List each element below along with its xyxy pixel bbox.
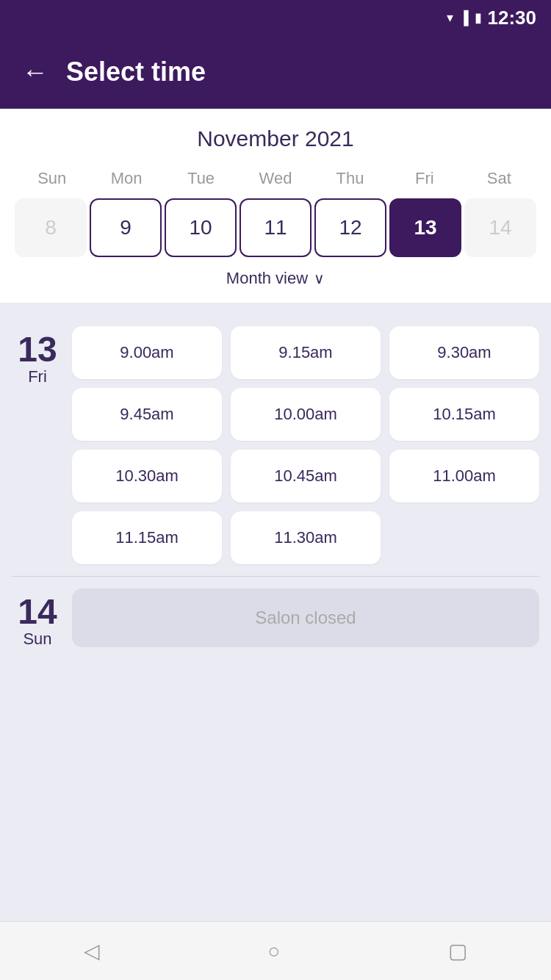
day-14-number: 14 [18,594,57,630]
slot-1115am[interactable]: 11.15am [72,511,222,564]
slot-930am[interactable]: 9.30am [389,326,539,379]
month-view-label: Month view [226,269,308,288]
chevron-down-icon: ∨ [314,270,325,287]
day-13[interactable]: 13 [389,198,461,257]
month-view-toggle[interactable]: Month view ∨ [15,257,536,291]
weekday-wed: Wed [238,166,312,191]
page-title: Select time [66,57,206,87]
slot-1130am[interactable]: 11.30am [231,511,381,564]
back-button[interactable]: ← [22,59,48,85]
salon-closed: Salon closed [72,588,539,647]
slot-1000am[interactable]: 10.00am [231,388,381,441]
header: ← Select time [0,35,551,109]
closed-label: Salon closed [255,608,356,628]
weekday-sat: Sat [462,166,536,191]
status-time: 12:30 [488,7,537,29]
wifi-icon: ▾ [447,10,453,26]
day-10[interactable]: 10 [165,198,237,257]
status-icons: ▾ ▐ ▮ 12:30 [447,7,536,29]
day-14-name: Sun [23,630,51,649]
day-13-slots: 9.00am 9.15am 9.30am 9.45am 10.00am 10.1… [72,326,539,564]
time-section: 13 Fri 9.00am 9.15am 9.30am 9.45am 10.00… [0,303,551,921]
slot-945am[interactable]: 9.45am [72,388,222,441]
day-12[interactable]: 12 [314,198,386,257]
weekday-sun: Sun [15,166,89,191]
nav-back-icon[interactable]: ◁ [84,939,100,963]
slot-1015am[interactable]: 10.15am [389,388,539,441]
weekday-fri: Fri [387,166,461,191]
nav-home-icon[interactable]: ○ [268,940,281,963]
battery-icon: ▮ [475,10,482,26]
month-year: November 2021 [15,126,536,151]
weekday-mon: Mon [89,166,163,191]
day-9[interactable]: 9 [90,198,162,257]
slot-1030am[interactable]: 10.30am [72,450,222,502]
slot-1045am[interactable]: 10.45am [231,450,381,502]
weekday-thu: Thu [313,166,387,191]
slot-915am[interactable]: 9.15am [231,326,381,379]
nav-bar: ◁ ○ ▢ [0,921,551,980]
weekday-tue: Tue [164,166,238,191]
day-14-block: 14 Sun Salon closed [12,577,539,660]
days-row: 8 9 10 11 12 13 14 [15,198,536,257]
slot-900am[interactable]: 9.00am [72,326,222,379]
slot-1100am[interactable]: 11.00am [389,450,539,502]
day-14[interactable]: 14 [464,198,536,257]
day-8[interactable]: 8 [15,198,87,257]
nav-recents-icon[interactable]: ▢ [448,939,467,963]
day-11[interactable]: 11 [240,198,311,257]
day-13-label: 13 Fri [12,326,63,564]
day-14-label: 14 Sun [12,588,63,649]
day-13-name: Fri [28,367,47,386]
day-13-number: 13 [18,332,57,367]
day-13-block: 13 Fri 9.00am 9.15am 9.30am 9.45am 10.00… [12,314,539,576]
signal-icon: ▐ [459,10,469,26]
weekday-headers: Sun Mon Tue Wed Thu Fri Sat [15,166,536,191]
calendar-section: November 2021 Sun Mon Tue Wed Thu Fri Sa… [0,109,551,303]
status-bar: ▾ ▐ ▮ 12:30 [0,0,551,35]
